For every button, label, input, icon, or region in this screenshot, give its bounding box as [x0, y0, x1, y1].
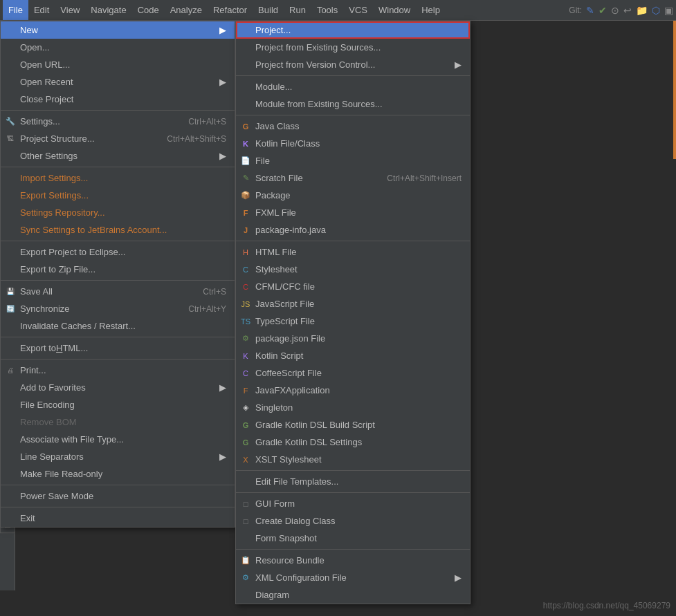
new-submenu-edit-templates[interactable]: Edit File Templates...: [236, 473, 470, 490]
new-submenu-file[interactable]: 📄 File: [236, 152, 470, 169]
javafx-icon: F: [239, 385, 253, 396]
git-check-icon[interactable]: ✔: [599, 5, 607, 16]
new-submenu-gradle-settings[interactable]: G Gradle Kotlin DSL Settings: [236, 433, 470, 451]
menubar-analyze[interactable]: Analyze: [165, 0, 208, 20]
menu-item-file-encoding[interactable]: File Encoding: [1, 396, 235, 413]
new-submenu-stylesheet[interactable]: C Stylesheet: [236, 261, 470, 278]
new-submenu-xml-config[interactable]: ⚙ XML Configuration File ▶: [236, 569, 470, 586]
new-submenu-project-existing[interactable]: Project from Existing Sources...: [236, 39, 470, 56]
sep-3: [1, 241, 235, 241]
right-indicator: [673, 21, 676, 159]
git-edit-icon[interactable]: ✎: [586, 5, 594, 16]
nsep-5: [236, 492, 470, 493]
menubar-edit[interactable]: Edit: [28, 0, 55, 20]
menubar-window[interactable]: Window: [373, 0, 416, 20]
menubar-view[interactable]: View: [55, 0, 85, 20]
new-arrow-icon: ▶: [205, 25, 226, 35]
new-submenu-module[interactable]: Module...: [236, 78, 470, 95]
new-submenu-html[interactable]: H HTML File: [236, 243, 470, 261]
menu-item-exit[interactable]: Exit: [1, 510, 235, 527]
menu-item-project-structure[interactable]: 🏗 Project Structure... Ctrl+Alt+Shift+S: [1, 130, 235, 147]
new-submenu-fxml[interactable]: F FXML File: [236, 204, 470, 221]
menubar-file[interactable]: File: [3, 0, 28, 20]
menu-item-open[interactable]: Open...: [1, 39, 235, 56]
package-icon: 📦: [239, 190, 253, 201]
new-submenu-package-json[interactable]: ⚙ package.json File: [236, 330, 470, 347]
sep-1: [1, 110, 235, 111]
menu-item-import-settings[interactable]: Import Settings...: [1, 169, 235, 187]
menu-item-associate-file-type[interactable]: Associate with File Type...: [1, 431, 235, 448]
sync-shortcut: Ctrl+Alt+Y: [161, 304, 226, 314]
menu-item-export-zip[interactable]: Export to Zip File...: [1, 261, 235, 278]
new-submenu-project[interactable]: Project...: [236, 21, 470, 39]
menu-item-make-readonly[interactable]: Make File Read-only: [1, 465, 235, 483]
new-submenu-java-class[interactable]: G Java Class: [236, 118, 470, 135]
new-submenu-kotlin-script[interactable]: K Kotlin Script: [236, 347, 470, 364]
git-window-icon[interactable]: ▣: [664, 5, 673, 16]
menu-item-close-project[interactable]: Close Project: [1, 91, 235, 108]
menu-item-settings-repo[interactable]: Settings Repository...: [1, 204, 235, 221]
project-structure-icon: 🏗: [5, 133, 16, 144]
menu-item-remove-bom: Remove BOM: [1, 413, 235, 431]
menu-item-save-all[interactable]: 💾 Save All Ctrl+S: [1, 283, 235, 300]
menu-item-power-save[interactable]: Power Save Mode: [1, 487, 235, 505]
menu-item-invalidate-caches[interactable]: Invalidate Caches / Restart...: [1, 317, 235, 335]
fxml-icon: F: [239, 207, 253, 218]
git-vcs-icon[interactable]: ⬡: [652, 5, 660, 16]
new-submenu-js[interactable]: JS JavaScript File: [236, 295, 470, 312]
java-class-icon: G: [239, 121, 253, 132]
favorites-arrow: ▶: [205, 382, 226, 393]
new-submenu-coffeescript[interactable]: C CoffeeScript File: [236, 364, 470, 382]
menu-item-export-eclipse[interactable]: Export Project to Eclipse...: [1, 243, 235, 261]
git-clock-icon[interactable]: ⊙: [611, 5, 619, 16]
new-submenu-singleton[interactable]: ◈ Singleton: [236, 399, 470, 416]
resource-bundle-icon: 📋: [239, 555, 253, 566]
menu-item-add-favorites[interactable]: Add to Favorites ▶: [1, 379, 235, 396]
menubar-build[interactable]: Build: [253, 0, 284, 20]
menu-item-print[interactable]: 🖨 Print...: [1, 362, 235, 379]
menu-item-synchronize[interactable]: 🔄 Synchronize Ctrl+Alt+Y: [1, 300, 235, 317]
new-submenu-package-info[interactable]: J package-info.java: [236, 221, 470, 239]
menubar-tools[interactable]: Tools: [311, 0, 343, 20]
git-undo-icon[interactable]: ↩: [623, 5, 632, 16]
new-submenu-package[interactable]: 📦 Package: [236, 187, 470, 204]
new-submenu-gui-form[interactable]: □ GUI Form: [236, 495, 470, 512]
new-submenu-form-snapshot[interactable]: Form Snapshot: [236, 530, 470, 547]
menu-item-settings[interactable]: 🔧 Settings... Ctrl+Alt+S: [1, 113, 235, 130]
menubar-navigate[interactable]: Navigate: [85, 0, 131, 20]
new-submenu-dropdown: Project... Project from Existing Sources…: [235, 21, 471, 604]
menubar-refactor[interactable]: Refactor: [208, 0, 253, 20]
menu-item-line-separators[interactable]: Line Separators ▶: [1, 448, 235, 465]
toolbar-git-area: Git: ✎ ✔ ⊙ ↩ 📁 ⬡ ▣: [569, 5, 673, 16]
git-folder-icon[interactable]: 📁: [636, 5, 648, 16]
menu-item-open-url[interactable]: Open URL...: [1, 56, 235, 73]
xslt-icon: X: [239, 454, 253, 465]
menubar-vcs[interactable]: VCS: [343, 0, 373, 20]
new-submenu-gradle-build[interactable]: G Gradle Kotlin DSL Build Script: [236, 416, 470, 433]
menubar-code[interactable]: Code: [132, 0, 165, 20]
nsep-4: [236, 470, 470, 471]
new-submenu-dialog-class[interactable]: □ Create Dialog Class: [236, 512, 470, 530]
new-submenu-kotlin-class[interactable]: K Kotlin File/Class: [236, 135, 470, 152]
new-submenu-xslt[interactable]: X XSLT Stylesheet: [236, 451, 470, 468]
new-submenu-scratch[interactable]: ✎ Scratch File Ctrl+Alt+Shift+Insert: [236, 169, 470, 187]
menu-item-open-recent[interactable]: Open Recent ▶: [1, 73, 235, 91]
watermark: https://blog.csdn.net/qq_45069279: [543, 601, 670, 610]
menubar-help[interactable]: Help: [416, 0, 446, 20]
new-submenu-cfml[interactable]: C CFML/CFC file: [236, 278, 470, 295]
new-submenu-project-vcs[interactable]: Project from Version Control... ▶: [236, 56, 470, 73]
new-submenu-diagram[interactable]: Diagram: [236, 586, 470, 604]
menu-item-new[interactable]: New ▶: [1, 21, 235, 39]
new-submenu-resource-bundle[interactable]: 📋 Resource Bundle: [236, 552, 470, 569]
file-menu-dropdown: New ▶ Open... Open URL... Open Recent ▶ …: [0, 21, 235, 528]
new-submenu-module-existing[interactable]: Module from Existing Sources...: [236, 95, 470, 113]
menu-item-export-settings[interactable]: Export Settings...: [1, 187, 235, 204]
new-submenu-javafx[interactable]: F JavaFXApplication: [236, 382, 470, 399]
new-submenu-ts[interactable]: TS TypeScript File: [236, 312, 470, 330]
gradle-settings-icon: G: [239, 437, 253, 448]
menu-item-sync-settings[interactable]: Sync Settings to JetBrains Account...: [1, 221, 235, 239]
menubar-run[interactable]: Run: [284, 0, 311, 20]
ts-icon: TS: [239, 316, 253, 327]
menu-item-export-html[interactable]: Export to HTML...: [1, 339, 235, 357]
menu-item-other-settings[interactable]: Other Settings ▶: [1, 147, 235, 165]
